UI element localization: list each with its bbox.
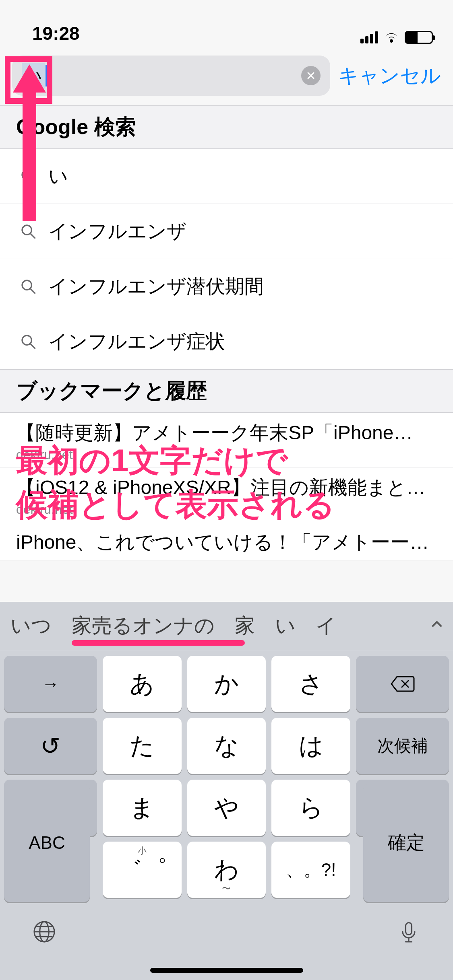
key-punct[interactable]: 、。?! xyxy=(271,842,350,898)
key-wa[interactable]: わ 〜 xyxy=(187,842,266,898)
key-confirm-tall[interactable]: 確定 xyxy=(363,784,449,902)
search-icon xyxy=(20,278,36,294)
suggestion-item[interactable]: い xyxy=(0,149,453,204)
mic-icon[interactable] xyxy=(397,920,421,944)
expand-candidates-icon[interactable] xyxy=(429,616,445,636)
candidate-bar: いつ 家売るオンナの 家 い イ xyxy=(0,602,453,650)
history-item[interactable]: iPhone、これでついていける！「アメトーー… xyxy=(0,522,453,560)
key-backspace[interactable] xyxy=(356,656,449,712)
key-cursor-right[interactable]: → xyxy=(4,656,97,712)
key-ta[interactable]: た xyxy=(103,718,182,774)
key-ya[interactable]: や xyxy=(187,780,266,836)
backspace-icon xyxy=(390,675,416,693)
keyboard: いつ 家売るオンナの 家 い イ → あ か さ ↺ た な は 次候補 ABC xyxy=(0,602,453,980)
suggestion-text: い xyxy=(48,163,68,189)
globe-icon[interactable] xyxy=(32,920,56,944)
home-indicator[interactable] xyxy=(150,968,303,973)
key-a[interactable]: あ xyxy=(103,656,182,712)
suggestion-item[interactable]: インフルエンザ症状 xyxy=(0,314,453,369)
candidate[interactable]: いつ xyxy=(8,611,54,641)
key-undo[interactable]: ↺ xyxy=(4,718,97,774)
key-ra[interactable]: ら xyxy=(271,780,350,836)
key-sa[interactable]: さ xyxy=(271,656,350,712)
key-sub-bar: 〜 xyxy=(222,883,231,895)
svg-line-7 xyxy=(30,344,35,348)
status-indicators xyxy=(360,31,433,44)
key-sub-small: 小 xyxy=(138,845,147,857)
annotation-arrow xyxy=(15,64,43,221)
suggestion-item[interactable]: インフルエンザ潜伏期間 xyxy=(0,259,453,314)
battery-icon xyxy=(405,31,433,44)
key-dakuten[interactable]: 小 ゛゜ xyxy=(103,842,182,898)
search-icon xyxy=(20,334,36,350)
suggestion-text: インフルエンザ xyxy=(48,218,186,244)
suggestion-list: い インフルエンザ インフルエンザ潜伏期間 インフルエンザ症状 xyxy=(0,149,453,369)
suggestion-text: インフルエンザ潜伏期間 xyxy=(48,274,264,299)
key-ha[interactable]: は xyxy=(271,718,350,774)
candidate[interactable]: 家売るオンナの xyxy=(69,611,217,641)
suggestion-item[interactable]: インフルエンザ xyxy=(0,204,453,259)
key-na[interactable]: な xyxy=(187,718,266,774)
cancel-button[interactable]: キャンセル xyxy=(338,62,441,89)
svg-rect-11 xyxy=(406,923,412,935)
candidate[interactable]: い xyxy=(273,611,298,641)
search-row: い キャンセル xyxy=(0,52,453,105)
google-search-header: Google 検索 xyxy=(0,105,453,149)
key-next-candidate[interactable]: 次候補 xyxy=(356,718,449,774)
key-ka[interactable]: か xyxy=(187,656,266,712)
history-title: iPhone、これでついていける！「アメトーー… xyxy=(16,529,437,555)
svg-line-3 xyxy=(30,233,35,238)
address-search-field[interactable]: い xyxy=(12,56,330,96)
key-ma[interactable]: ま xyxy=(103,780,182,836)
history-header: ブックマークと履歴 xyxy=(0,369,453,413)
svg-line-5 xyxy=(30,288,35,293)
status-time: 19:28 xyxy=(32,23,80,44)
status-bar: 19:28 xyxy=(0,0,453,52)
search-icon xyxy=(20,223,36,239)
candidate[interactable]: イ xyxy=(313,611,339,641)
annotation-text-line1: 最初の1文字だけで xyxy=(16,439,288,482)
wifi-icon xyxy=(384,31,399,44)
candidate[interactable]: 家 xyxy=(232,611,257,641)
key-abc-tall[interactable]: ABC xyxy=(4,784,90,902)
annotation-text-line2: 候補として表示される xyxy=(16,484,335,526)
suggestion-text: インフルエンザ症状 xyxy=(48,329,225,354)
annotation-underline xyxy=(72,640,245,646)
clear-text-button[interactable] xyxy=(301,66,321,85)
cellular-icon xyxy=(360,31,378,43)
